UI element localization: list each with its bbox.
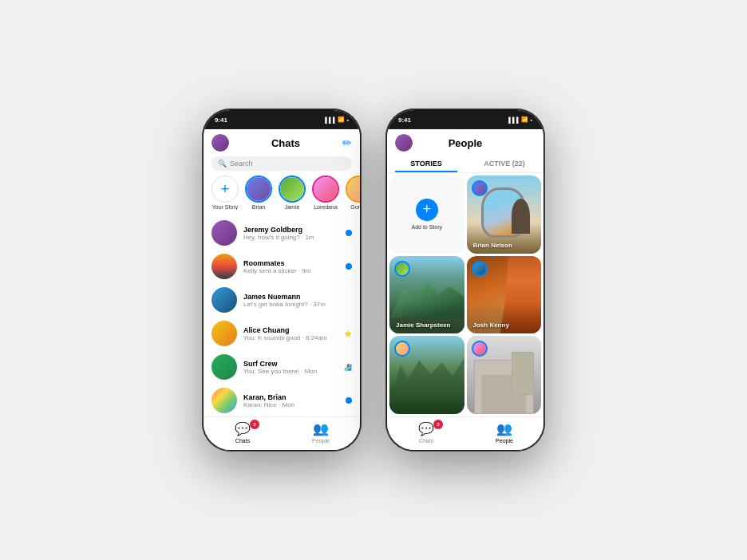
jamie-label: Jamie [285,204,300,210]
story-card-5[interactable] [389,336,464,414]
story-card-josh[interactable]: Josh Kenny [467,256,542,334]
status-icons-2: ▐▐▐ 📶 ▪ [507,116,532,123]
loredana-avatar[interactable] [312,175,339,203]
jeremy-info: Jeremy Goldberg Hey, how's it going? · 1… [243,226,339,241]
tab-stories[interactable]: STORIES [387,155,465,172]
james-preview: Let's get boba tonight? · 37m [243,301,352,308]
your-story[interactable]: + Your Story [211,175,239,210]
chat-list: Jeremy Goldberg Hey, how's it going? · 1… [204,216,360,416]
chats-nav-label-2: Chats [419,438,433,444]
story-gord[interactable]: Gord... [346,175,360,210]
chat-item-karan-brian[interactable]: Karan, Brian Karan: Nice · Mon [204,384,360,416]
josh-story-avatar [472,261,488,277]
nav-people[interactable]: 👥 People [282,421,360,444]
chat-item-surf-crew[interactable]: Surf Crew You: See you there! · Mon 🏄‍♀️ [204,350,360,384]
karan-brian-info: Karan, Brian Karan: Nice · Mon [243,393,339,408]
signal-icon-2: ▐▐▐ [507,117,519,123]
user-avatar-2[interactable] [395,134,413,152]
karan-brian-avatar [211,388,237,413]
add-story-plus-icon[interactable]: + [416,199,438,221]
brian-nelson-label: Brian Nelson [473,242,512,249]
james-info: James Nuemann Let's get boba tonight? · … [243,293,352,308]
add-story-button[interactable]: + [211,175,239,203]
loredana-label: Loredana [314,204,338,210]
page-title: Chats [271,137,300,149]
james-avatar [211,287,237,313]
surf-crew-name: Surf Crew [243,360,338,368]
chats-nav-icon-2: 💬 [418,421,434,436]
status-time-2: 9:41 [398,116,411,124]
chat-item-alice[interactable]: Alice Chuang You: K sounds good · 8:24am… [204,317,360,350]
chat-item-james[interactable]: James Nuemann Let's get boba tonight? · … [204,283,360,317]
compose-button[interactable]: ✏ [342,136,352,149]
story-brian[interactable]: Brian [245,175,272,210]
people-nav-label-2: People [496,438,513,444]
brian-avatar[interactable] [245,175,272,203]
add-story-card[interactable]: + Add to Story [389,175,464,254]
alice-meta: ⭐ [344,330,352,337]
alice-info: Alice Chuang You: K sounds good · 8:24am [243,326,338,341]
people-nav-label: People [312,438,330,444]
nav-people-2[interactable]: 👥 People [465,421,543,444]
status-bar-2: 9:41 ▐▐▐ 📶 ▪ [387,110,543,129]
surf-crew-avatar [211,354,237,380]
alice-preview: You: K sounds good · 8:24am [243,334,338,341]
roommates-meta [346,263,352,270]
wifi-icon: 📶 [338,116,345,123]
add-story-label: Add to Story [411,224,442,231]
your-story-label: Your Story [212,204,238,210]
gord-label: Gord... [350,204,360,210]
surf-reaction: 🏄‍♀️ [344,364,352,371]
stories-grid: + Add to Story Brian Nelson [387,173,543,416]
people-header: People [387,129,543,155]
chats-nav-icon: 💬 [235,421,251,436]
story-card-6[interactable] [467,336,542,414]
brian-nelson-avatar [472,180,488,196]
wifi-icon-2: 📶 [521,116,528,123]
story-card-jamie[interactable]: Jamie Sharpsteen [389,256,464,334]
tab-active[interactable]: ACTIVE (22) [465,155,543,172]
jeremy-name: Jeremy Goldberg [243,226,339,234]
battery-icon-2: ▪ [531,117,532,123]
people-nav-icon-2: 👥 [496,421,512,436]
jeremy-avatar [211,220,237,246]
nav-chats[interactable]: 💬 3 Chats [204,421,282,444]
karan-brian-meta [346,397,352,404]
search-icon: 🔍 [218,160,227,168]
chats-header: Chats ✏ [204,129,360,155]
jeremy-preview: Hey, how's it going? · 1m [243,234,339,241]
emoji-reaction: ⭐ [344,330,352,337]
chat-item-roommates[interactable]: Roommates Kelly sent a sticker · 9m [204,250,360,283]
surf-crew-meta: 🏄‍♀️ [344,364,352,371]
unread-indicator [346,263,352,270]
nav-chats-2[interactable]: 💬 3 Chats [387,421,465,444]
search-input[interactable]: Search [230,160,253,168]
surf-crew-info: Surf Crew You: See you there! · Mon [243,360,338,375]
stories-row: + Your Story Brian Jamie [204,175,360,216]
james-name: James Nuemann [243,293,352,301]
phone-people: 9:41 ▐▐▐ 📶 ▪ People STORIES ACTIVE (22) [385,108,545,452]
surf-crew-preview: You: See you there! · Mon [243,368,338,375]
search-bar[interactable]: 🔍 Search [211,156,352,171]
story-card-brian-nelson[interactable]: Brian Nelson [467,175,542,254]
jamie-avatar[interactable] [279,175,306,203]
chat-item-jeremy[interactable]: Jeremy Goldberg Hey, how's it going? · 1… [204,216,360,250]
status-bar: 9:41 ▐▐▐ 📶 ▪ [204,110,360,129]
roommates-info: Roommates Kelly sent a sticker · 9m [243,259,339,274]
story-jamie[interactable]: Jamie [279,175,306,210]
story-loredana[interactable]: Loredana [312,175,339,210]
alice-name: Alice Chuang [243,326,338,334]
gord-avatar[interactable] [346,175,360,203]
unread-indicator [346,397,352,404]
bottom-nav: 💬 3 Chats 👥 People [204,416,360,450]
status-icons: ▐▐▐ 📶 ▪ [323,116,349,123]
people-nav-icon: 👥 [313,421,329,436]
people-tabs: STORIES ACTIVE (22) [387,155,543,173]
story6-avatar [472,341,488,357]
karan-brian-preview: Karan: Nice · Mon [243,401,339,408]
jamie-story-avatar [394,261,410,277]
user-avatar[interactable] [211,134,229,152]
chats-nav-label: Chats [235,438,250,444]
brian-label: Brian [252,204,265,210]
unread-indicator [346,230,352,236]
